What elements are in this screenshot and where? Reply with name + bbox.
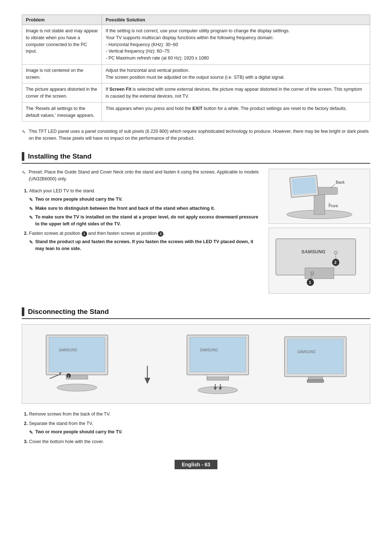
- svg-rect-45: [308, 377, 323, 380]
- note-icon: ✎: [29, 205, 33, 213]
- stand-bottom-diagram-box: SAMSUNG 1 2: [269, 228, 370, 294]
- problem-cell: Image is not centered on the screen.: [22, 64, 102, 83]
- table-row: Image is not centered on the screen.Adju…: [22, 64, 370, 83]
- disconnecting-title: Disconnecting the Stand: [28, 308, 109, 316]
- svg-rect-1: [314, 193, 325, 214]
- install-step-1: Attach your LED TV to the stand.✎Two or …: [29, 187, 261, 228]
- footer: English - 63: [22, 460, 370, 469]
- svg-point-24: [57, 384, 97, 391]
- footer-badge: English - 63: [175, 460, 218, 469]
- note-icon: ✎: [29, 429, 33, 436]
- disconnect-note: ✎Two or more people should carry the TV.: [29, 429, 370, 436]
- tv-step3-svg: SAMSUNG: [281, 331, 350, 397]
- step-arrow: [140, 331, 155, 397]
- svg-marker-30: [144, 378, 150, 384]
- note-item: ✎Make sure to distinguish between the fr…: [29, 205, 261, 213]
- install-right: Back Front SAMSUNG 1: [269, 169, 370, 297]
- note-item: ✎Two or more people should carry the TV.: [29, 196, 261, 204]
- note-icon: ✎: [29, 196, 33, 204]
- install-step-2: Fasten screws at position 1 and then fas…: [29, 230, 261, 252]
- stand-top-svg: Back Front: [272, 173, 367, 220]
- svg-text:Back: Back: [336, 180, 345, 184]
- disconnect-step-3: Cover the bottom hole with the cover.: [29, 438, 370, 445]
- col1-header: Problem: [22, 15, 102, 25]
- svg-text:SAMSUNG: SAMSUNG: [59, 348, 77, 352]
- solution-cell: This appears when you press and hold the…: [102, 102, 370, 122]
- disconnecting-section-header: Disconnecting the Stand: [22, 307, 370, 319]
- tft-note: ✎ This TFT LED panel uses a panel consis…: [22, 128, 370, 142]
- svg-text:2: 2: [334, 260, 336, 265]
- stand-top-diagram-box: Back Front: [269, 169, 370, 224]
- disconnect-section-bar: [22, 307, 24, 316]
- svg-text:SAMSUNG: SAMSUNG: [301, 249, 325, 254]
- table-row: The 'Resets all settings to the default …: [22, 102, 370, 122]
- table-row: The picture appears distorted in the cor…: [22, 83, 370, 103]
- disconnect-diagram-box: SAMSUNG 1 SAMSUNG S: [22, 324, 370, 404]
- problem-cell: The picture appears distorted in the cor…: [22, 83, 102, 103]
- svg-text:SAMSUNG: SAMSUNG: [200, 348, 218, 352]
- install-notes-2: ✎Stand the product up and fasten the scr…: [29, 238, 261, 252]
- svg-rect-32: [190, 337, 246, 372]
- svg-rect-11: [305, 268, 334, 279]
- preset-note-block: ✎ Preset: Place the Guide Stand and Cove…: [22, 169, 261, 183]
- solution-cell: If the setting is not correct, use your …: [102, 25, 370, 65]
- problem-cell: The 'Resets all settings to the default …: [22, 102, 102, 122]
- disconnect-step-2: Separate the stand from the TV.✎Two or m…: [29, 420, 370, 436]
- svg-rect-43: [287, 339, 343, 374]
- svg-text:1: 1: [68, 375, 69, 378]
- svg-text:SAMSUNG: SAMSUNG: [297, 350, 316, 354]
- svg-rect-21: [49, 337, 105, 372]
- install-layout: ✎ Preset: Place the Guide Stand and Cove…: [22, 169, 370, 297]
- installing-title: Installing the Stand: [28, 152, 91, 160]
- note-icon: ✎: [29, 239, 33, 246]
- disconnect-steps-list: Remove screws from the back of the TV.Se…: [22, 410, 370, 446]
- svg-rect-46: [307, 380, 324, 382]
- disconnect-step-1: Remove screws from the back of the TV.: [29, 410, 370, 418]
- installing-section-header: Installing the Stand: [22, 152, 370, 164]
- install-left: ✎ Preset: Place the Guide Stand and Cove…: [22, 169, 261, 297]
- svg-text:Front: Front: [328, 204, 338, 208]
- note-item: ✎To make sure the TV is installed on the…: [29, 214, 261, 228]
- note-icon: ✎: [29, 214, 33, 221]
- solution-cell: Adjust the horizontal and vertical posit…: [102, 64, 370, 83]
- tv-step1-svg: SAMSUNG 1: [42, 331, 111, 397]
- table-row: Image is not stable and may appear to vi…: [22, 25, 370, 65]
- install-steps-list: Attach your LED TV to the stand.✎Two or …: [22, 187, 261, 252]
- note-item: ✎Stand the product up and fasten the scr…: [29, 238, 261, 252]
- col2-header: Possible Solution: [102, 15, 370, 25]
- problem-cell: Image is not stable and may appear to vi…: [22, 25, 102, 65]
- solution-cell: If Screen Fit is selected with some exte…: [102, 83, 370, 103]
- preset-icon: ✎: [22, 169, 26, 176]
- arrow-svg: [140, 364, 155, 386]
- trouble-table: Problem Possible Solution Image is not s…: [22, 15, 370, 122]
- svg-text:1: 1: [309, 280, 311, 285]
- svg-point-35: [198, 386, 238, 394]
- svg-rect-34: [207, 377, 229, 380]
- section-bar: [22, 152, 24, 161]
- stand-bottom-svg: SAMSUNG 1 2: [272, 232, 367, 290]
- svg-rect-4: [291, 177, 317, 195]
- install-notes-1: ✎Two or more people should carry the TV.…: [29, 196, 261, 228]
- tv-step2-svg: SAMSUNG: [183, 331, 252, 397]
- note-icon: ✎: [22, 128, 26, 136]
- disconnect-note-item: ✎Two or more people should carry the TV.: [29, 429, 370, 436]
